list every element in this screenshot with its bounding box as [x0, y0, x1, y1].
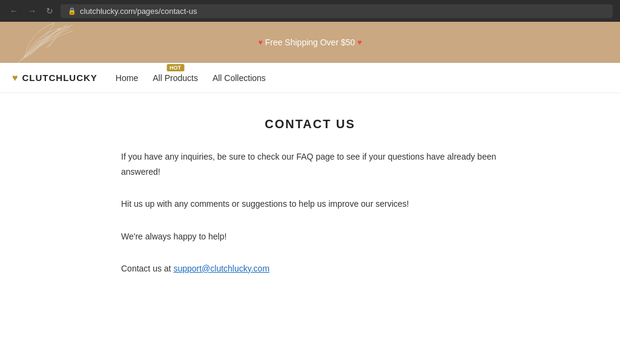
hot-badge: HOT	[167, 64, 184, 71]
contact-prefix: Contact us at	[121, 264, 173, 273]
brand-name: CLUTCHLUCKY	[22, 73, 97, 83]
promo-message: Free Shipping Over $50	[265, 37, 355, 47]
main-content: CONTACT US If you have any inquiries, be…	[0, 93, 620, 317]
nav-bar: ♥ CLUTCHLUCKY Home HOT All Products All …	[0, 63, 620, 93]
address-bar[interactable]: 🔒 clutchlucky.com/pages/contact-us	[61, 4, 613, 18]
nav-item-collections[interactable]: All Collections	[213, 73, 266, 83]
leaf-decoration	[12, 22, 91, 63]
lock-icon: 🔒	[68, 7, 76, 15]
back-button[interactable]: ←	[7, 5, 21, 17]
heart-left-icon: ♥	[259, 38, 263, 47]
forward-button[interactable]: →	[25, 5, 39, 17]
brand-logo[interactable]: ♥ CLUTCHLUCKY	[12, 73, 97, 83]
promo-banner: ♥ Free Shipping Over $50 ♥	[0, 22, 620, 63]
nav-item-home[interactable]: Home	[116, 73, 138, 83]
nav-link-home[interactable]: Home	[116, 73, 138, 83]
nav-links: Home HOT All Products All Collections	[116, 73, 266, 83]
content-body: If you have any inquiries, be sure to ch…	[121, 149, 499, 276]
promo-text: ♥ Free Shipping Over $50 ♥	[259, 37, 362, 47]
nav-link-all-collections[interactable]: All Collections	[213, 73, 266, 83]
refresh-button[interactable]: ↻	[44, 5, 56, 17]
paragraph-1: If you have any inquiries, be sure to ch…	[121, 149, 499, 180]
paragraph-2: Hit us up with any comments or suggestio…	[121, 197, 499, 212]
paragraph-3: We're always happy to help!	[121, 229, 499, 244]
paragraph-4: Contact us at support@clutchlucky.com	[121, 261, 499, 276]
page-title: CONTACT US	[121, 117, 499, 131]
heart-right-icon: ♥	[357, 38, 361, 47]
brand-icon: ♥	[12, 73, 19, 83]
nav-item-products[interactable]: HOT All Products	[153, 73, 198, 83]
browser-chrome: ← → ↻ 🔒 clutchlucky.com/pages/contact-us	[0, 0, 620, 22]
leaf-svg	[12, 22, 91, 63]
url-text: clutchlucky.com/pages/contact-us	[80, 7, 197, 16]
nav-link-all-products[interactable]: All Products	[153, 73, 198, 83]
email-link[interactable]: support@clutchlucky.com	[173, 264, 269, 273]
